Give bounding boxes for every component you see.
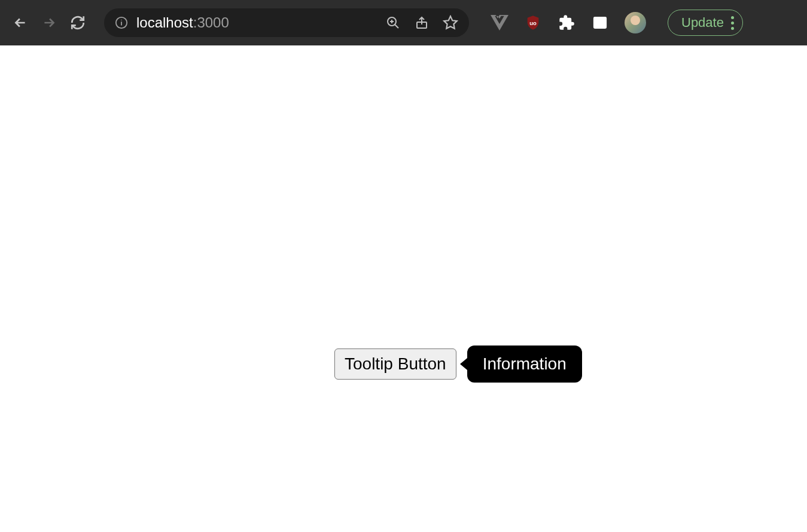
browser-toolbar: localhost:3000 uo Update: [0, 0, 807, 45]
page-content: Tooltip Button Information: [0, 45, 807, 532]
bookmark-star-icon[interactable]: [443, 15, 458, 30]
profile-avatar[interactable]: [625, 12, 646, 33]
forward-button[interactable]: [41, 14, 57, 31]
svg-rect-11: [601, 17, 606, 27]
kebab-menu-icon: [731, 16, 734, 30]
svg-marker-8: [444, 16, 457, 29]
extensions-area: uo Update: [491, 10, 743, 36]
url-port: :3000: [193, 14, 229, 31]
tooltip-button[interactable]: Tooltip Button: [334, 348, 456, 380]
back-button[interactable]: [12, 14, 29, 31]
address-bar[interactable]: localhost:3000: [104, 8, 469, 37]
update-label: Update: [681, 15, 724, 30]
side-panel-icon[interactable]: [591, 14, 609, 32]
url-text: localhost:3000: [136, 14, 229, 31]
share-icon[interactable]: [414, 15, 430, 30]
address-actions: [385, 15, 458, 30]
nav-buttons: [12, 14, 86, 31]
url-host: localhost: [136, 14, 193, 31]
update-button[interactable]: Update: [668, 10, 743, 36]
reload-button[interactable]: [69, 14, 86, 31]
ublock-icon[interactable]: uo: [524, 14, 542, 32]
tooltip-demo: Tooltip Button Information: [334, 346, 582, 383]
site-info-icon[interactable]: [115, 16, 128, 29]
svg-line-4: [395, 25, 398, 28]
svg-point-2: [121, 20, 121, 20]
extensions-icon[interactable]: [558, 14, 575, 32]
tooltip-content: Information: [467, 346, 582, 383]
vue-devtools-icon[interactable]: [491, 14, 508, 32]
zoom-icon[interactable]: [385, 15, 401, 30]
svg-text:uo: uo: [529, 20, 537, 26]
